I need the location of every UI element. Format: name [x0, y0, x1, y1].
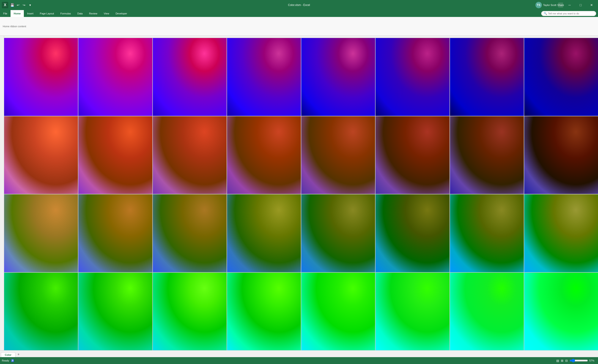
cell-r1c3[interactable] — [153, 38, 227, 116]
tab-insert[interactable]: Insert — [24, 10, 37, 17]
cell-r3c4[interactable] — [227, 194, 301, 272]
cell-r3c5[interactable] — [301, 194, 375, 272]
cell-r4c5[interactable] — [301, 273, 375, 350]
tab-page-layout[interactable]: Page Layout — [37, 10, 57, 17]
cell-r2c7[interactable] — [450, 116, 524, 194]
spreadsheet-grid — [4, 38, 598, 350]
zoom-slider[interactable] — [570, 359, 588, 362]
cell-r1c1[interactable] — [4, 38, 78, 116]
status-right: ▤ ⊞ ⊟ 57% — [556, 358, 596, 363]
cell-r1c6[interactable] — [375, 38, 449, 116]
close-button[interactable]: ✕ — [587, 0, 596, 10]
color-grid — [4, 38, 598, 350]
save-button[interactable]: 💾 — [10, 2, 15, 8]
quick-access-more[interactable]: ▾ — [27, 2, 33, 8]
cell-r3c6[interactable] — [375, 194, 449, 272]
tab-data[interactable]: Data — [74, 10, 86, 17]
ribbon: File Home Insert Page Layout Formulas Da… — [0, 10, 598, 36]
user-info: TS Taylor Scott — [535, 2, 556, 8]
cell-r2c6[interactable] — [375, 116, 449, 194]
row-ruler — [0, 36, 4, 350]
zoom-level: 57% — [589, 359, 596, 362]
view-controls: ▤ ⊞ ⊟ — [556, 358, 568, 363]
excel-logo: X — [2, 2, 8, 8]
cell-r2c8[interactable] — [524, 116, 598, 194]
redo-button[interactable]: ↪ — [22, 2, 27, 8]
sheet-tab-bar: Color + — [0, 350, 598, 357]
minimize-button[interactable]: ─ — [565, 0, 574, 10]
cell-r4c3[interactable] — [153, 273, 227, 350]
window-title: Color.xlsm - Excel — [288, 3, 310, 7]
accessibility-icon: ♿ — [11, 359, 14, 362]
tab-view[interactable]: View — [100, 10, 113, 17]
cell-r3c8[interactable] — [524, 194, 598, 272]
cell-r3c1[interactable] — [4, 194, 78, 272]
ribbon-content: Home ribbon content — [0, 17, 598, 36]
cell-r2c1[interactable] — [4, 116, 78, 194]
cell-r1c2[interactable] — [78, 38, 152, 116]
status-bar: Ready ♿ ▤ ⊞ ⊟ 57% — [0, 357, 598, 364]
user-name: Taylor Scott — [543, 4, 556, 6]
cell-r2c5[interactable] — [301, 116, 375, 194]
add-sheet-button[interactable]: + — [16, 352, 21, 357]
title-bar-right: TS Taylor Scott Share ─ □ ✕ — [535, 0, 596, 10]
cell-r4c2[interactable] — [78, 273, 152, 350]
cell-r4c4[interactable] — [227, 273, 301, 350]
cell-r3c2[interactable] — [78, 194, 152, 272]
page-layout-view-button[interactable]: ⊞ — [560, 358, 564, 363]
status-ready: Ready — [2, 359, 9, 362]
tab-formulas[interactable]: Formulas — [57, 10, 74, 17]
tab-home[interactable]: Home — [10, 10, 24, 17]
tell-me-box[interactable]: 🔍 — [541, 11, 596, 16]
sheet-tab-color[interactable]: Color — [1, 352, 15, 357]
cell-r1c8[interactable] — [524, 38, 598, 116]
cell-r2c4[interactable] — [227, 116, 301, 194]
cell-r4c1[interactable] — [4, 273, 78, 350]
maximize-button[interactable]: □ — [576, 0, 585, 10]
tell-me-input[interactable] — [548, 12, 594, 15]
avatar: TS — [535, 2, 542, 8]
ribbon-tab-bar: File Home Insert Page Layout Formulas Da… — [0, 10, 598, 17]
column-ruler — [4, 36, 598, 38]
status-left: Ready ♿ — [2, 359, 14, 362]
page-break-view-button[interactable]: ⊟ — [565, 358, 568, 363]
quick-access-toolbar: 💾 ↩ ↪ ▾ — [10, 2, 33, 8]
cell-r3c7[interactable] — [450, 194, 524, 272]
share-button[interactable]: Share — [558, 2, 563, 8]
cell-r3c3[interactable] — [153, 194, 227, 272]
normal-view-button[interactable]: ▤ — [556, 358, 559, 363]
cell-r2c2[interactable] — [78, 116, 152, 194]
cell-r4c7[interactable] — [450, 273, 524, 350]
title-bar-left: X 💾 ↩ ↪ ▾ — [2, 2, 33, 8]
cell-r2c3[interactable] — [153, 116, 227, 194]
undo-button[interactable]: ↩ — [16, 2, 21, 8]
cell-r4c6[interactable] — [375, 273, 449, 350]
cell-r4c8[interactable] — [524, 273, 598, 350]
cell-r1c7[interactable] — [450, 38, 524, 116]
tab-file[interactable]: File — [0, 10, 10, 17]
title-bar: X 💾 ↩ ↪ ▾ Color.xlsm - Excel TS Taylor S… — [0, 0, 598, 10]
tab-developer[interactable]: Developer — [112, 10, 130, 17]
tab-review[interactable]: Review — [86, 10, 100, 17]
cell-r1c5[interactable] — [301, 38, 375, 116]
cell-r1c4[interactable] — [227, 38, 301, 116]
